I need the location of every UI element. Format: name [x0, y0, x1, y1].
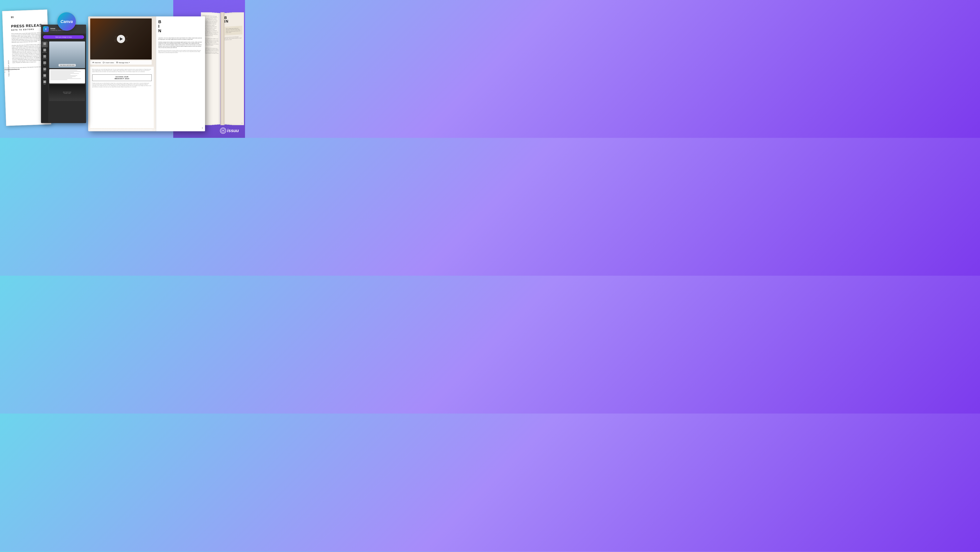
tool-design[interactable]: Design: [41, 41, 48, 47]
tool-elements[interactable]: Elements: [41, 48, 48, 54]
svg-rect-4: [44, 81, 45, 82]
svg-point-1: [44, 49, 45, 51]
book-right-heading-area: BIN ○○○○○: [224, 15, 243, 25]
flipbook-body-3: Et quid quatern aut aut out quid atum ia…: [158, 50, 203, 53]
manage-links-button[interactable]: Manage links ▾: [116, 62, 130, 64]
book-quote-area: Almost nothing works if what you're doin…: [224, 26, 243, 35]
tool-draw[interactable]: Draw: [41, 67, 48, 73]
canva-badge: Canva: [57, 12, 76, 31]
add-link-button[interactable]: Add link: [92, 62, 101, 64]
svg-rect-7: [45, 82, 45, 83]
tool-uploads-label: Uploads: [43, 58, 46, 59]
book-quote-text: Almost nothing works if what you're doin…: [226, 27, 241, 34]
tool-draw-label: Draw: [43, 71, 46, 72]
svg-rect-9: [103, 62, 104, 63]
svg-rect-5: [45, 81, 45, 82]
draw-icon: [43, 68, 46, 70]
press-release-title: PRESS RELEAS: [11, 23, 46, 29]
flipbook-right-heading: BIN: [158, 19, 203, 33]
add-link-label: Add link: [95, 62, 101, 64]
book-right-body: Lorem ipsum dolor sit amet nibh feugiat …: [224, 36, 243, 41]
svg-point-17: [223, 130, 224, 131]
play-button[interactable]: [117, 35, 125, 43]
video-overlay: [90, 18, 152, 59]
flipbook-page-number: 9: [202, 127, 203, 129]
flipbook-right-content: BIN ○○○○○○ Loquendum, cum et am, aliquot…: [156, 16, 205, 56]
save-to-issuu-button[interactable]: Save your design to Issuu: [43, 35, 84, 39]
issuu-logo-container: issuu: [220, 128, 239, 134]
canva-preview-text-page: [49, 69, 85, 83]
manage-links-icon: [116, 62, 118, 64]
canva-preview-cover: THE ISSUU EDITION 2023: [49, 41, 85, 68]
svg-rect-3: [44, 75, 45, 76]
book-spine: [220, 12, 224, 125]
canva-content-area: THE ISSUU EDITION 2023: [48, 40, 86, 123]
tool-uploads[interactable]: Uploads: [41, 54, 48, 60]
tool-text[interactable]: T Text: [41, 61, 48, 67]
canva-sidebar: Design Elements Uploads T: [41, 40, 86, 123]
issuu-logo-text: issuu: [227, 128, 239, 133]
flipbook-left-body-text: Morbi venenatis tortor sit amet nibh feu…: [92, 69, 152, 72]
video-icon: [103, 62, 105, 64]
uploads-icon: [43, 55, 46, 58]
tool-design-label: Design: [43, 45, 46, 46]
issuu-logo-icon: [220, 128, 226, 134]
tool-elements-label: Elements: [43, 52, 47, 53]
tool-projects[interactable]: Projects: [41, 73, 48, 79]
manage-links-chevron: ▾: [129, 62, 130, 63]
quote-marks: ": [11, 14, 45, 23]
flipbook-body-1: Loquendum, cum et am, aliquot displices …: [158, 38, 203, 40]
elements-icon: [43, 49, 46, 51]
text-tool-icon: T: [43, 61, 46, 64]
canva-tools-panel: Design Elements Uploads T: [41, 40, 48, 123]
insert-video-label: Insert video: [105, 62, 114, 64]
issuu-viewer: The Craft of Desserts Add link: [88, 16, 205, 131]
svg-rect-6: [44, 82, 45, 83]
issuu-video-area: The Craft of Desserts: [90, 18, 152, 59]
flipbook-decorative-letters: ○○○○○○: [158, 34, 203, 35]
svg-rect-0: [44, 43, 45, 44]
link-icon: [92, 62, 94, 64]
manage-links-label: Manage links: [119, 62, 128, 64]
play-triangle-icon: [120, 37, 123, 41]
canva-editor-panel: C Issuu Created by Issuu.com Save your d…: [41, 25, 86, 123]
issuu-progress-fill: [90, 129, 152, 130]
design-icon: [43, 42, 46, 45]
book-right-page-number: 9: [242, 122, 243, 124]
issuu-circle-icon: [221, 129, 225, 133]
tool-apps[interactable]: Apps: [41, 80, 48, 86]
open-book: Lorem ipsum dolor sit amet nibh feugiat …: [201, 12, 244, 125]
access-mediakit-box: ACCESS OURMEDIAKIT 2023: [92, 75, 152, 81]
projects-icon: [43, 74, 46, 77]
access-mediakit-text: ACCESS OURMEDIAKIT 2023: [94, 76, 150, 80]
svg-text:T: T: [44, 62, 45, 64]
flipbook-right-page: BIN ○○○○○○ Loquendum, cum et am, aliquot…: [156, 16, 205, 131]
canva-dark-preview: BEST BAR FOODIN NEW YORK: [49, 85, 85, 101]
issuu-progress-bar[interactable]: [90, 129, 203, 130]
insert-video-button[interactable]: Insert video: [103, 62, 114, 64]
canva-logo-text: Canva: [60, 19, 73, 24]
main-container: THE MOCKUP 2023 " PRESS RELEAS NOTE TO E…: [0, 0, 245, 138]
apps-icon: [43, 80, 46, 83]
issuu-toolbar: Add link Insert video Manage links ▾: [90, 61, 152, 65]
preview-title: THE ISSUU EDITION 2023: [59, 64, 76, 67]
flipbook-left-page: Morbi venenatis tortor sit amet nibh feu…: [90, 67, 154, 128]
canva-logo-icon: C: [43, 26, 49, 32]
tool-projects-label: Projects: [43, 77, 46, 78]
issuu-viewer-bg: The Craft of Desserts Add link: [88, 16, 205, 131]
book-page-right: BIN ○○○○○ Almost nothing works if what y…: [223, 12, 244, 125]
book-right-heading: BIN: [224, 15, 243, 23]
tool-text-label: Text: [44, 64, 46, 65]
flipbook-body-2: Invaralice scunquam ctem ex alipius et e…: [158, 41, 203, 49]
tool-apps-label: Apps: [43, 83, 46, 85]
